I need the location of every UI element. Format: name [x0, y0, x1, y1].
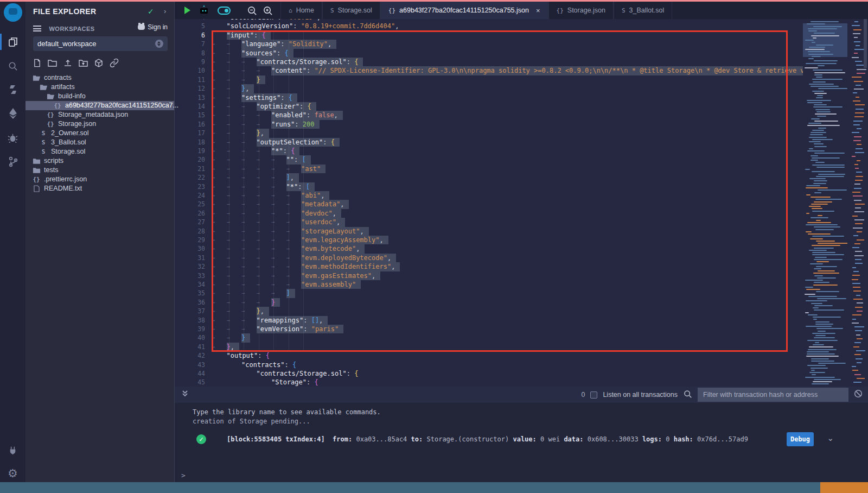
line-number: 23: [175, 182, 205, 191]
ruler-mark: [854, 374, 861, 375]
indent-guide: [273, 31, 274, 351]
clear-console-icon[interactable]: [854, 389, 863, 400]
line-number: 33: [175, 271, 205, 280]
minimap-line: [815, 335, 826, 336]
zoom-in-icon[interactable]: [263, 5, 273, 16]
minimap[interactable]: [803, 19, 847, 387]
line-number: 34: [175, 280, 205, 289]
minimap-line: [808, 28, 837, 29]
ruler-mark: [854, 342, 861, 343]
zoom-out-icon[interactable]: [247, 5, 257, 16]
sidebar-item-debugger[interactable]: [0, 128, 25, 147]
tree-item-readme-txt[interactable]: README.txt: [25, 184, 174, 193]
minimap-line: [812, 333, 835, 334]
tree-item-label: artifacts: [51, 83, 75, 92]
tree-item-scripts[interactable]: scripts: [25, 156, 174, 166]
ruler-mark: [856, 295, 860, 296]
minimap-line: [806, 289, 820, 290]
minimap-line: [814, 74, 822, 75]
upload-folder-icon[interactable]: [79, 59, 88, 67]
sidebar-item-plugin-manager[interactable]: [0, 441, 25, 459]
line-number: 15: [175, 111, 205, 119]
minimap-line: [812, 139, 833, 140]
listen-checkbox[interactable]: [590, 391, 597, 399]
tab-storage-sol[interactable]: SStorage.sol: [322, 2, 380, 19]
minimap-line: [810, 263, 823, 264]
bug-icon: [8, 132, 18, 143]
tree-item-tests[interactable]: tests: [25, 166, 174, 175]
expand-tx-chevron-icon[interactable]: ⌄: [827, 433, 834, 443]
ruler-mark: [856, 85, 861, 86]
tab-home[interactable]: ⌂Home: [280, 2, 322, 19]
workspaces-menu-icon[interactable]: [33, 26, 41, 31]
editor-scrollbar[interactable]: [864, 19, 867, 68]
code-editor[interactable]: 4"solcVersion": "0.8.19",5"solcLongVersi…: [175, 19, 868, 387]
file-icon: [32, 185, 41, 192]
terminal-search-icon[interactable]: [683, 389, 692, 401]
transaction-log-row[interactable]: ✓ [block:5583405 txIndex:4] from: 0xa03.…: [193, 432, 865, 447]
workspace-select[interactable]: default_workspace: [33, 36, 168, 51]
collapse-terminal-icon[interactable]: [181, 390, 189, 400]
run-script-button[interactable]: [184, 7, 190, 14]
minimap-line: [810, 21, 839, 22]
terminal-prompt: >: [181, 471, 186, 479]
minimap-line: [810, 197, 831, 198]
new-folder-icon[interactable]: [48, 59, 57, 67]
tree-item-2-owner-sol[interactable]: S2_Owner.sol: [25, 129, 174, 138]
link-icon[interactable]: [110, 59, 119, 67]
sidebar-item-search[interactable]: [0, 56, 25, 75]
tree-item-storage-metadata-json[interactable]: {}Storage_metadata.json: [25, 110, 174, 119]
sidebar-item-solidity-compiler[interactable]: [0, 80, 25, 99]
minimap-line: [810, 86, 839, 87]
ruler-mark: [852, 267, 856, 268]
ruler-mark: [855, 259, 861, 260]
remix-logo[interactable]: [0, 3, 25, 22]
line-number: 25: [175, 200, 205, 208]
git-branch-icon: [8, 156, 18, 167]
line-number: 40: [175, 333, 205, 342]
sidebar-item-settings[interactable]: ⚙: [0, 464, 25, 483]
tree-item-storage-sol[interactable]: SStorage.sol: [25, 147, 174, 156]
minimap-line: [807, 102, 822, 103]
json-icon: {}: [53, 101, 62, 110]
tree-item-3-ballot-sol[interactable]: S3_Ballot.sol: [25, 138, 174, 147]
ruler-mark: [852, 283, 860, 284]
debug-button[interactable]: Debug: [787, 432, 814, 446]
remixai-robot-icon[interactable]: [198, 5, 210, 16]
minimap-line: [814, 146, 827, 147]
tree-item-storage-json[interactable]: {}Storage.json: [25, 119, 174, 129]
tree-item-a69b43f277ba20fcac141151250ca7-[interactable]: {}a69b43f277ba20fcac141151250ca7...: [25, 101, 174, 110]
status-bar-alert-segment[interactable]: [820, 482, 868, 493]
tab-3-ballot-sol[interactable]: S3_Ballot.sol: [614, 2, 672, 19]
minimap-line: [813, 285, 838, 286]
github-sign-in[interactable]: Sign in: [138, 23, 168, 31]
ai-copilot-toggle[interactable]: [218, 7, 231, 15]
transaction-filter-input[interactable]: [698, 388, 848, 402]
line-number: 19: [175, 147, 205, 155]
tree-item-build-info[interactable]: build-info: [25, 92, 174, 101]
close-tab-icon[interactable]: ×: [536, 7, 540, 15]
tab-storage-json[interactable]: {}Storage.json: [548, 2, 614, 19]
minimap-line: [805, 169, 810, 170]
sidebar-item-file-explorer[interactable]: [0, 33, 25, 51]
tree-item-contracts[interactable]: contracts: [25, 73, 174, 83]
minimap-line: [813, 37, 816, 39]
ruler-mark: [854, 164, 858, 165]
line-number: 29: [175, 236, 205, 244]
sidebar-item-git[interactable]: [0, 153, 25, 171]
new-file-icon[interactable]: [33, 59, 41, 67]
minimap-line: [808, 30, 817, 31]
minimap-line: [818, 174, 845, 175]
tab-a69b43f277ba20fcac141151250ca755-json[interactable]: {}a69b43f277ba20fcac141151250ca755.json×: [380, 2, 548, 19]
tree-item-artifacts[interactable]: artifacts: [25, 83, 174, 92]
minimap-line: [811, 35, 839, 36]
upload-file-icon[interactable]: [63, 59, 72, 67]
minimap-line: [810, 368, 828, 369]
minimap-line: [807, 125, 840, 126]
minimap-line: [815, 109, 830, 110]
cube-ipfs-icon[interactable]: [94, 59, 103, 67]
collapse-chevron-icon[interactable]: ›: [164, 7, 166, 15]
sidebar-item-deploy-run[interactable]: [0, 104, 25, 123]
ruler-mark: [854, 21, 858, 22]
tree-item--prettierrc-json[interactable]: {}.prettierrc.json: [25, 175, 174, 184]
